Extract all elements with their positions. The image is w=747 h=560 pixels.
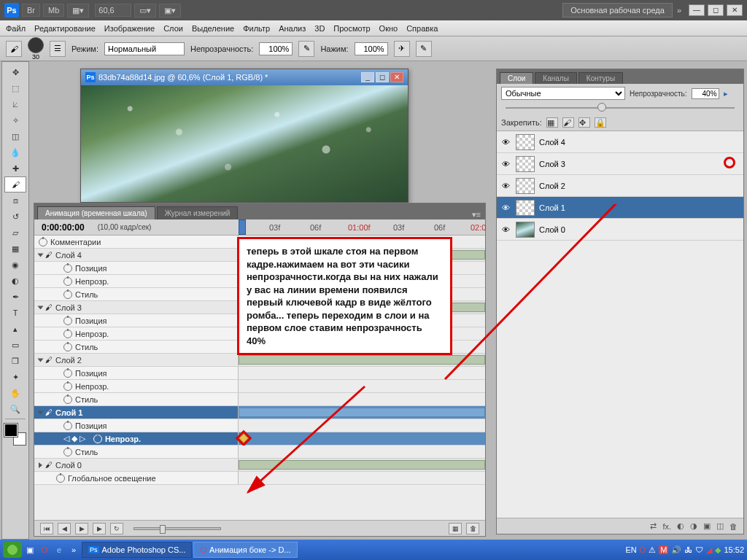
visibility-icon[interactable]: 👁 — [500, 136, 511, 148]
eraser-tool[interactable]: ▱ — [4, 225, 26, 241]
document-canvas[interactable] — [81, 85, 408, 202]
brush-panel-button[interactable]: ☰ — [50, 41, 66, 57]
chevrons-icon[interactable]: » — [677, 6, 681, 15]
crop-tool[interactable]: ◫ — [4, 128, 26, 144]
window-close-button[interactable]: ✕ — [727, 4, 743, 16]
global-lighting-row[interactable]: Глобальное освещение — [68, 474, 156, 483]
twirl-icon[interactable] — [38, 411, 44, 414]
bridge-button[interactable]: Br — [22, 4, 40, 17]
menu-filter[interactable]: Фильтр — [243, 24, 270, 33]
flow-input[interactable]: 100% — [355, 42, 388, 55]
menu-image[interactable]: Изображение — [104, 24, 155, 33]
foreground-color[interactable] — [4, 424, 18, 437]
stopwatch-icon[interactable] — [63, 382, 72, 391]
stopwatch-icon[interactable] — [63, 395, 72, 404]
view-extras-button[interactable]: ▦▾ — [67, 4, 89, 18]
prop-opacity[interactable]: Непрозр. — [75, 330, 109, 338]
timeline-layer-name[interactable]: Слой 4 — [55, 251, 82, 260]
tray-icon[interactable]: O — [640, 545, 646, 554]
layer-thumbnail[interactable] — [516, 134, 535, 150]
lock-pixels-button[interactable]: 🖌 — [562, 117, 574, 128]
path-select-tool[interactable]: ▴ — [4, 321, 26, 337]
framerate-label[interactable]: (10,00 кадр/сек) — [98, 223, 152, 231]
taskbar-task[interactable]: PsAdobe Photoshop CS... — [82, 542, 192, 558]
blend-mode-select[interactable]: Обычные — [501, 87, 625, 100]
lock-transparency-button[interactable]: ▦ — [546, 117, 558, 128]
blend-mode-select[interactable]: Нормальный — [104, 42, 185, 55]
stopwatch-icon[interactable] — [63, 448, 72, 456]
stopwatch-icon[interactable] — [63, 369, 72, 378]
type-tool[interactable]: T — [4, 305, 26, 321]
zoom-level[interactable]: 60,6 — [95, 4, 131, 17]
prop-style[interactable]: Стиль — [75, 395, 98, 404]
prop-style[interactable]: Стиль — [75, 343, 98, 351]
doc-minimize-button[interactable]: _ — [361, 72, 374, 82]
zoom-tool[interactable]: 🔍 — [4, 401, 26, 417]
play-button[interactable]: ▶ — [75, 523, 88, 534]
layer-row[interactable]: 👁Слой 2 — [497, 175, 743, 197]
opacity-input[interactable]: 100% — [259, 42, 293, 55]
move-tool[interactable]: ✥ — [4, 64, 26, 80]
tab-channels[interactable]: Каналы — [535, 72, 577, 84]
tray-icon[interactable]: M — [659, 545, 668, 554]
quicklaunch-icon[interactable]: ▣ — [23, 543, 36, 556]
opacity-pressure-button[interactable]: ✎ — [298, 41, 314, 57]
stopwatch-icon[interactable] — [63, 421, 72, 430]
layer-row[interactable]: 👁Слой 3 — [497, 153, 743, 175]
timeline-layer-name[interactable]: Слой 3 — [55, 303, 82, 312]
menu-select[interactable]: Выделение — [192, 24, 234, 33]
shape-tool[interactable]: ▭ — [4, 337, 26, 353]
stopwatch-icon[interactable] — [93, 435, 102, 443]
prop-opacity[interactable]: Непрозр. — [75, 382, 109, 391]
arrange-button[interactable]: ▭▾ — [134, 4, 156, 18]
visibility-icon[interactable]: 👁 — [500, 158, 511, 170]
workspace-switcher[interactable]: Основная рабочая среда — [562, 3, 673, 18]
timeline-layer-name[interactable]: Слой 2 — [55, 356, 82, 365]
stopwatch-icon[interactable] — [63, 290, 72, 299]
prop-position[interactable]: Позиция — [75, 316, 107, 325]
zoom-slider[interactable] — [133, 527, 221, 530]
lock-all-button[interactable]: 🔒 — [595, 117, 606, 128]
menu-view[interactable]: Просмотр — [333, 24, 370, 33]
hand-tool[interactable]: ✋ — [4, 385, 26, 401]
blur-tool[interactable]: ◉ — [4, 257, 26, 273]
layer-thumbnail[interactable] — [516, 178, 535, 194]
prop-style[interactable]: Стиль — [75, 290, 98, 299]
dodge-tool[interactable]: ◐ — [4, 273, 26, 289]
menu-window[interactable]: Окно — [379, 24, 398, 33]
menu-help[interactable]: Справка — [406, 24, 438, 33]
tablet-pressure-button[interactable]: ✎ — [416, 41, 432, 57]
quicklaunch-icon[interactable]: e — [53, 543, 66, 556]
marquee-tool[interactable]: ⬚ — [4, 80, 26, 96]
twirl-icon[interactable] — [38, 358, 44, 362]
timecode[interactable]: 0:00:00:00 — [42, 222, 85, 233]
opacity-slider[interactable] — [506, 103, 735, 113]
tray-icon[interactable]: 🔊 — [671, 545, 681, 555]
start-button[interactable] — [3, 542, 22, 558]
twirl-icon[interactable] — [38, 253, 44, 257]
prev-frame-button[interactable]: ◀ — [58, 523, 71, 534]
menu-edit[interactable]: Редактирование — [34, 24, 96, 33]
3d-tool[interactable]: ❒ — [4, 353, 26, 369]
tray-icon[interactable]: 🛡 — [695, 545, 703, 554]
stopwatch-icon[interactable] — [63, 264, 72, 273]
window-minimize-button[interactable]: — — [689, 4, 705, 16]
twirl-icon[interactable] — [38, 306, 44, 309]
tab-measurement-log[interactable]: Журнал измерений — [157, 206, 239, 219]
stamp-tool[interactable]: ⧈ — [4, 192, 26, 209]
screen-mode-button[interactable]: ▣▾ — [159, 4, 181, 18]
quicklaunch-icon[interactable]: » — [67, 543, 80, 556]
visibility-icon[interactable]: 👁 — [500, 180, 511, 192]
eyedropper-tool[interactable]: 💧 — [4, 144, 26, 160]
brush-tool[interactable]: 🖌 — [4, 176, 26, 192]
stopwatch-icon[interactable] — [56, 474, 65, 483]
quicklaunch-icon[interactable]: O — [38, 543, 51, 556]
history-brush-tool[interactable]: ↺ — [4, 209, 26, 225]
layer-row[interactable]: 👁Слой 4 — [497, 131, 743, 153]
language-indicator[interactable]: EN — [625, 545, 636, 554]
brush-preview[interactable] — [28, 37, 44, 53]
healing-tool[interactable]: ✚ — [4, 160, 26, 176]
next-frame-button[interactable]: ▶ — [93, 523, 106, 534]
tab-paths[interactable]: Контуры — [578, 72, 623, 84]
timeline-layer-name[interactable]: Слой 0 — [55, 461, 82, 470]
